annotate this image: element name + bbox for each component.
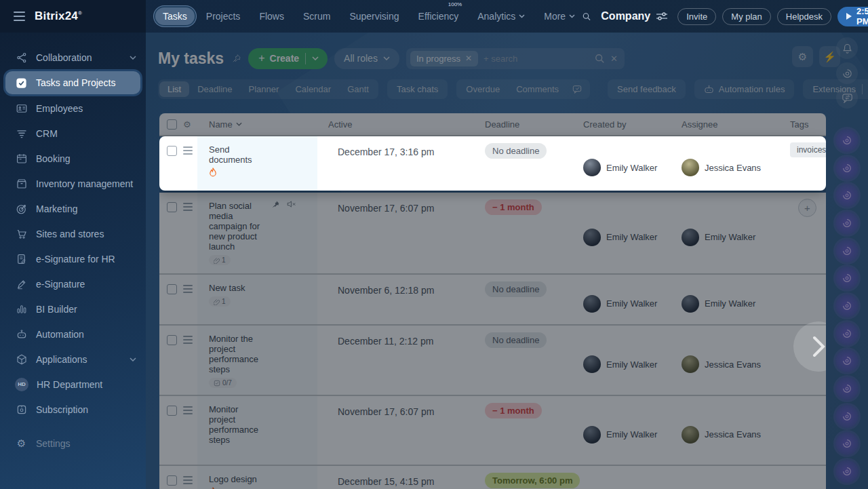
app-logo[interactable]: Bitrix24® (35, 9, 82, 23)
my-plan-button[interactable]: My plan (722, 8, 771, 25)
deadline-badge[interactable]: − 1 month (485, 199, 542, 215)
create-dropdown-chevron[interactable] (312, 56, 325, 60)
created-by-cell[interactable]: Emily Walker (583, 275, 682, 324)
sidebar-item-esignature[interactable]: e-Signature (0, 271, 146, 296)
task-name[interactable]: Plan social media campaign for new produ… (209, 201, 266, 252)
task-name-cell[interactable]: Logo design (197, 466, 317, 489)
sidebar-item-applications[interactable]: Applications (0, 347, 146, 372)
task-search-bar[interactable]: In progress ✕ + search ✕ (406, 48, 625, 69)
deadline-badge[interactable]: Tomorrow, 6:00 pm (485, 473, 580, 488)
select-all-checkbox[interactable] (167, 119, 177, 130)
row-checkbox[interactable] (167, 335, 177, 345)
clear-search-icon[interactable]: ✕ (610, 54, 618, 64)
topbar-nav-flows[interactable]: Flows (252, 7, 292, 25)
topbar-nav-scrum[interactable]: Scrum (296, 7, 338, 25)
column-header-assignee[interactable]: Assignee (682, 119, 790, 130)
column-header-created-by[interactable]: Created by (583, 119, 682, 130)
drag-handle-icon[interactable] (183, 339, 193, 340)
copilot-icon[interactable] (836, 62, 858, 84)
task-name-cell[interactable]: Send documents (197, 136, 317, 191)
copilot-row-icon[interactable] (835, 405, 859, 428)
column-header-deadline[interactable]: Deadline (483, 119, 583, 130)
comments-filter[interactable]: Comments (508, 81, 567, 97)
task-name[interactable]: Logo design (209, 474, 266, 484)
copilot-row-icon[interactable] (835, 212, 859, 235)
copilot-row-icon[interactable] (835, 349, 859, 372)
copilot-row-icon[interactable] (835, 184, 859, 207)
row-checkbox[interactable] (167, 284, 177, 294)
table-row[interactable]: Logo design December 15, 4:15 pm Tomorro… (159, 466, 826, 489)
row-checkbox[interactable] (167, 202, 177, 212)
send-feedback-button[interactable]: Send feedback (608, 79, 686, 99)
created-by-cell[interactable]: Emily Walker (583, 466, 682, 489)
topbar-nav-efficiency[interactable]: 100% Efficiency (411, 7, 467, 25)
clock-widget[interactable]: 2:52 PM (837, 7, 868, 26)
menu-icon[interactable] (14, 12, 25, 21)
messenger-icon[interactable] (836, 87, 858, 109)
topbar-nav-supervising[interactable]: Supervising (342, 7, 406, 25)
sidebar-item-marketing[interactable]: Marketing (0, 196, 146, 221)
drag-handle-icon[interactable] (183, 288, 193, 290)
assignee-cell[interactable]: Emily Walker (682, 466, 790, 489)
tag-badge[interactable]: invoices (790, 142, 826, 157)
topbar-nav-projects[interactable]: Projects (199, 7, 248, 25)
table-row[interactable]: New task 1 November 6, 12:18 pm No deadl… (159, 275, 826, 326)
row-checkbox[interactable] (167, 406, 177, 416)
assignee-cell[interactable]: Jessica Evans (682, 136, 790, 191)
chat-check-icon[interactable] (567, 82, 589, 97)
copilot-row-icon[interactable] (835, 239, 859, 262)
task-name-cell[interactable]: New task 1 (197, 275, 317, 324)
sidebar-item-tasks-and-projects[interactable]: Tasks and Projects (5, 71, 140, 94)
sidebar-item-hr-department[interactable]: HD HR Department (0, 372, 146, 397)
company-selector[interactable]: Company (601, 10, 667, 22)
overdue-filter[interactable]: Overdue (458, 81, 508, 97)
topbar-nav-analytics[interactable]: Analytics (470, 7, 532, 25)
sidebar-item-esignature-hr[interactable]: e-Signature for HR (0, 246, 146, 271)
deadline-badge[interactable]: No deadline (485, 143, 547, 159)
tab-deadline[interactable]: Deadline (189, 81, 240, 97)
search-icon[interactable] (583, 11, 591, 22)
search-icon[interactable] (595, 54, 605, 64)
assignee-cell[interactable]: Emily Walker (682, 275, 790, 324)
drag-handle-icon[interactable] (183, 150, 193, 151)
task-name-cell[interactable]: Monitor project performance steps (197, 396, 317, 465)
sidebar-item-collaboration[interactable]: Collaboration (0, 45, 146, 70)
column-settings-gear-icon[interactable]: ⚙ (183, 119, 191, 130)
deadline-badge[interactable]: − 1 month (485, 403, 542, 418)
grid-settings-button[interactable]: ⚙ (792, 46, 813, 67)
row-checkbox[interactable] (167, 146, 177, 156)
created-by-cell[interactable]: Emily Walker (583, 136, 682, 191)
drag-handle-icon[interactable] (183, 410, 193, 411)
assignee-cell[interactable]: Jessica Evans (682, 326, 790, 395)
copilot-row-icon[interactable] (835, 432, 859, 455)
task-name[interactable]: Monitor project performance steps (209, 404, 266, 445)
topbar-nav-tasks[interactable]: Tasks (155, 7, 195, 25)
sidebar-item-settings[interactable]: ⚙ Settings (0, 431, 146, 456)
add-tag-button[interactable]: + (798, 199, 816, 217)
created-by-cell[interactable]: Emily Walker (583, 396, 682, 465)
sidebar-item-employees[interactable]: Employees (0, 96, 146, 121)
notifications-bell-icon[interactable] (836, 37, 858, 59)
sidebar-item-bi-builder[interactable]: BI Builder (0, 296, 146, 321)
task-chats-button[interactable]: Task chats (387, 79, 448, 99)
pin-icon[interactable] (232, 54, 241, 63)
task-name-cell[interactable]: Monitor the project performance steps 0/… (197, 326, 317, 395)
sidebar-item-automation[interactable]: Automation (0, 321, 146, 347)
task-name[interactable]: Monitor the project performance steps (209, 334, 266, 374)
sidebar-item-inventory[interactable]: Inventory management (0, 171, 146, 196)
task-name-cell[interactable]: Plan social media campaign for new produ… (197, 193, 317, 273)
sidebar-item-sites-stores[interactable]: Sites and stores (0, 221, 146, 246)
table-row[interactable]: Send documents December 17, 3:16 pm No d… (159, 136, 826, 191)
row-checkbox[interactable] (167, 475, 177, 486)
sidebar-item-subscription[interactable]: Subscription (0, 397, 146, 422)
deadline-badge[interactable]: No deadline (485, 281, 547, 297)
create-button[interactable]: + Create (248, 48, 328, 69)
column-header-tags[interactable]: Tags (790, 119, 826, 130)
copilot-row-icon[interactable] (835, 157, 859, 180)
filter-chip-in-progress[interactable]: In progress ✕ (410, 51, 478, 66)
copilot-row-icon[interactable] (835, 294, 859, 317)
topbar-nav-more[interactable]: More (536, 7, 583, 25)
invite-button[interactable]: Invite (677, 8, 716, 25)
automation-rules-button[interactable]: Automation rules (694, 79, 795, 99)
sidebar-item-booking[interactable]: Booking (0, 146, 146, 171)
